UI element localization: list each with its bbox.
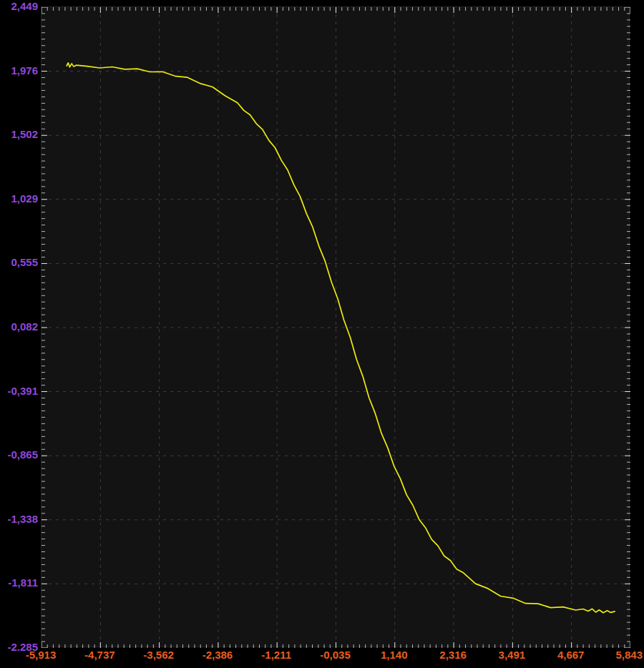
y-tick-label: -1,811 (0, 577, 38, 589)
y-tick-label: 0,555 (0, 257, 38, 268)
x-tick-label: 1,140 (381, 649, 408, 661)
y-tick-label: -1,338 (0, 514, 38, 525)
y-tick-label: 0,082 (0, 321, 38, 333)
plot-figure: 2,4491,9761,5021,0290,5550,082-0,391-0,8… (0, 0, 644, 668)
plot-canvas[interactable] (41, 6, 630, 647)
x-tick-label: -1,211 (261, 649, 291, 661)
x-tick-label: 3,491 (499, 649, 526, 661)
plot-svg (42, 7, 630, 648)
y-tick-label: 1,502 (0, 129, 38, 140)
x-tick-label: -2,386 (203, 649, 233, 661)
y-tick-label: -0,865 (0, 449, 38, 461)
y-tick-label: 1,029 (0, 193, 38, 205)
x-tick-label: -4,737 (84, 649, 115, 661)
x-tick-label: 4,667 (557, 649, 585, 661)
x-tick-label: -3,562 (143, 649, 174, 661)
x-tick-label: -0,035 (320, 649, 351, 661)
y-tick-label: 2,449 (0, 1, 38, 12)
y-tick-label: -0,391 (0, 385, 38, 397)
x-tick-label: -5,913 (26, 649, 57, 661)
y-tick-label: 1,976 (0, 65, 38, 77)
data-curve[interactable] (67, 63, 615, 613)
x-tick-label: 2,316 (439, 649, 467, 661)
x-tick-label: 5,843 (615, 649, 643, 661)
